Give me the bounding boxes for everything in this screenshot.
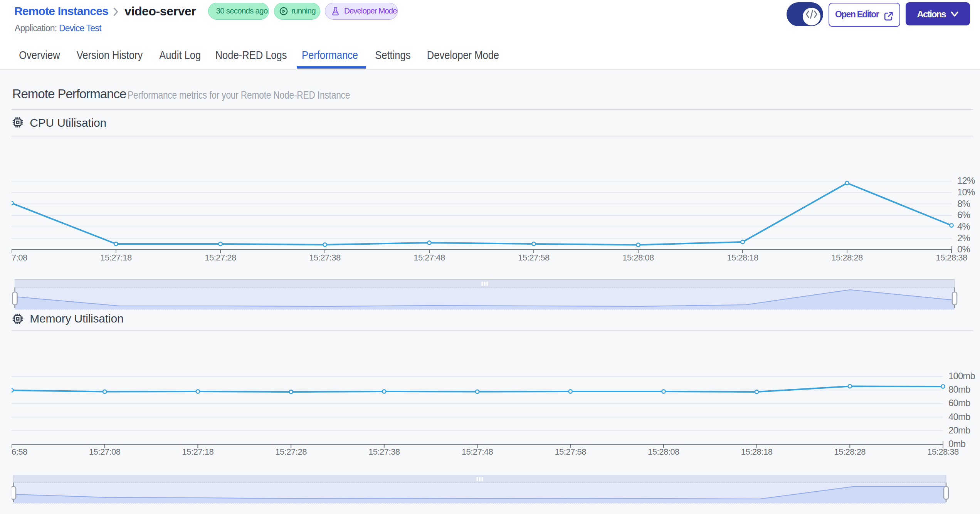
svg-text:4%: 4% [957,221,970,232]
svg-text:8%: 8% [957,198,970,209]
svg-text:12%: 12% [957,175,975,186]
svg-text:15:27:38: 15:27:38 [309,253,341,262]
svg-text:15:27:38: 15:27:38 [368,447,400,457]
svg-text:15:27:48: 15:27:48 [414,253,445,262]
svg-text:15:26:58: 15:26:58 [12,447,27,457]
svg-text:15:27:18: 15:27:18 [182,447,214,457]
svg-text:15:27:58: 15:27:58 [555,447,586,457]
svg-text:0mb: 0mb [948,438,966,449]
svg-text:60mb: 60mb [948,398,970,408]
svg-text:2%: 2% [957,233,970,243]
svg-text:6%: 6% [957,210,970,220]
svg-text:15:28:08: 15:28:08 [622,253,654,262]
svg-text:15:27:18: 15:27:18 [100,253,132,262]
svg-text:15:27:28: 15:27:28 [275,447,307,457]
svg-text:15:27:58: 15:27:58 [518,253,550,262]
svg-text:20mb: 20mb [948,425,970,435]
svg-text:15:28:18: 15:28:18 [741,447,773,457]
svg-text:40mb: 40mb [948,412,970,422]
svg-text:15:27:28: 15:27:28 [205,253,236,262]
svg-text:80mb: 80mb [948,384,970,395]
svg-text:15:27:08: 15:27:08 [12,253,27,262]
svg-text:0%: 0% [957,244,970,254]
svg-text:15:28:28: 15:28:28 [834,447,866,457]
svg-text:15:28:08: 15:28:08 [648,447,679,457]
svg-text:15:27:08: 15:27:08 [89,447,121,457]
svg-text:10%: 10% [957,187,975,197]
svg-text:15:27:48: 15:27:48 [462,447,493,457]
svg-text:15:28:18: 15:28:18 [727,253,758,262]
svg-text:15:28:28: 15:28:28 [831,253,863,262]
svg-text:100mb: 100mb [948,371,975,381]
